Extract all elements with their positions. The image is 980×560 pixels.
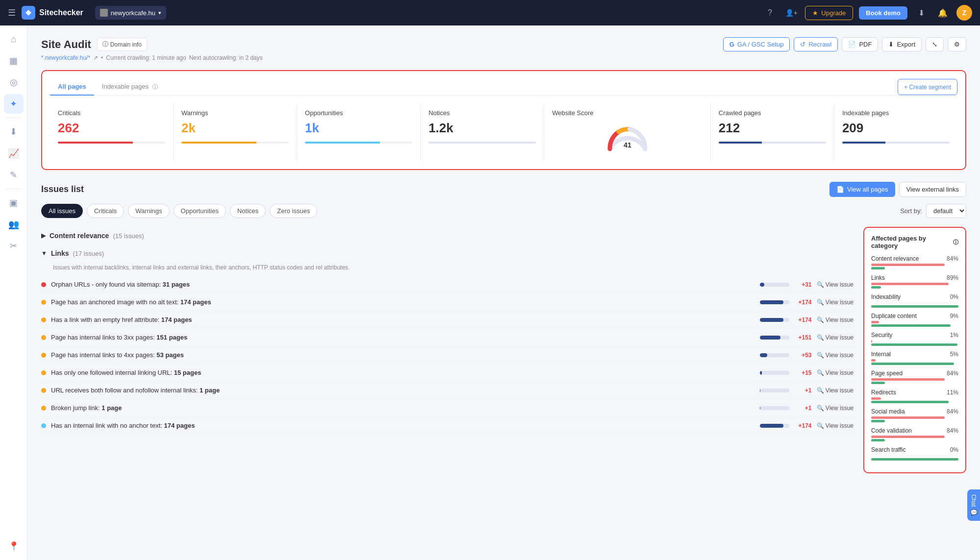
view-issue-button[interactable]: 🔍 View issue bbox=[817, 334, 854, 341]
avatar[interactable]: Z bbox=[956, 5, 972, 21]
site-selector[interactable]: newyorkcafe.hu ▾ bbox=[95, 6, 166, 20]
issue-bar bbox=[760, 353, 789, 357]
metric-value-crawled-pages: 212 bbox=[719, 121, 826, 136]
category-content-relevance-count: (15 issues) bbox=[113, 232, 144, 240]
filter-zero-issues[interactable]: Zero issues bbox=[270, 204, 317, 218]
download-icon[interactable]: ⬇ bbox=[913, 5, 929, 21]
top-nav: ☰ Sitechecker newyorkcafe.hu ▾ ? 👤+ ★ Up… bbox=[0, 0, 980, 25]
affected-category-name: Content relevance bbox=[871, 255, 919, 262]
affected-category-name: Duplicate content bbox=[871, 313, 917, 319]
pdf-icon: 📄 bbox=[848, 41, 856, 48]
issue-plus: +1 bbox=[794, 405, 812, 412]
metric-card-indexable-pages[interactable]: Indexable pages 209 bbox=[834, 103, 957, 161]
recrawl-button[interactable]: ↺ Recrawl bbox=[794, 37, 838, 51]
affected-category-row: Duplicate content 9% bbox=[871, 313, 958, 327]
metric-card-crawled-pages[interactable]: Crawled pages 212 bbox=[711, 103, 834, 161]
list-item: Broken jump link: 1 page +1 🔍 View issue bbox=[41, 399, 854, 417]
sidebar-item-edit[interactable]: ✎ bbox=[4, 165, 24, 185]
tab-all-pages[interactable]: All pages bbox=[50, 79, 94, 96]
view-issue-button[interactable]: 🔍 View issue bbox=[817, 299, 854, 306]
affected-category-pct: 84% bbox=[947, 427, 958, 434]
view-issue-button[interactable]: 🔍 View issue bbox=[817, 317, 854, 323]
metric-label-warnings: Warnings bbox=[181, 109, 289, 117]
filter-criticals[interactable]: Criticals bbox=[87, 204, 124, 218]
issue-text: Has an internal link with no anchor text… bbox=[51, 422, 755, 429]
gauge-chart: 41 bbox=[605, 124, 650, 151]
affected-category-pct: 89% bbox=[947, 274, 958, 281]
breadcrumb-next-crawl: Next autocrawling: in 2 days bbox=[189, 54, 263, 61]
view-issue-button[interactable]: 🔍 View issue bbox=[817, 352, 854, 359]
sidebar-item-search[interactable]: ◎ bbox=[4, 73, 24, 92]
bell-icon[interactable]: 🔔 bbox=[935, 5, 951, 21]
logo: Sitechecker bbox=[22, 6, 83, 20]
category-content-relevance[interactable]: ▶ Content relevance (15 issues) bbox=[41, 227, 854, 244]
metric-value-opportunities: 1k bbox=[305, 121, 412, 136]
favicon-icon bbox=[100, 9, 108, 17]
create-segment-button[interactable]: + Create segment bbox=[898, 79, 957, 95]
view-all-pages-button[interactable]: 📄 View all pages bbox=[829, 182, 895, 197]
issue-dot-orange bbox=[41, 300, 46, 305]
view-issue-button[interactable]: 🔍 View issue bbox=[817, 369, 854, 376]
export-button[interactable]: ⬇ Export bbox=[882, 37, 922, 51]
metric-card-warnings[interactable]: Warnings 2k bbox=[174, 103, 297, 161]
domain-info-button[interactable]: ⓘ Domain info bbox=[97, 38, 147, 51]
sidebar-item-tools[interactable]: ✂ bbox=[4, 236, 24, 256]
affected-bar-red bbox=[871, 283, 949, 285]
sidebar-item-dashboard[interactable]: ▦ bbox=[4, 51, 24, 71]
pdf-button[interactable]: 📄 PDF bbox=[842, 37, 878, 51]
tab-indexable-pages[interactable]: Indexable pages ⓘ bbox=[94, 79, 166, 96]
view-issue-button[interactable]: 🔍 View issue bbox=[817, 405, 854, 412]
sidebar-item-location[interactable]: 📍 bbox=[4, 536, 24, 556]
settings-button[interactable]: ⚙ bbox=[948, 37, 966, 51]
sidebar-item-download[interactable]: ⬇ bbox=[4, 122, 24, 142]
export-icon: ⬇ bbox=[888, 41, 894, 48]
sidebar-item-users[interactable]: 👥 bbox=[4, 215, 24, 234]
add-user-icon[interactable]: 👤+ bbox=[783, 5, 799, 21]
view-external-links-button[interactable]: View external links bbox=[899, 182, 966, 197]
share-button[interactable]: ⤡ bbox=[926, 37, 944, 51]
filter-warnings[interactable]: Warnings bbox=[128, 204, 169, 218]
affected-bar-green bbox=[871, 382, 885, 384]
metric-bar-criticals bbox=[58, 142, 165, 144]
category-links[interactable]: ▼ Links (17 issues) bbox=[41, 244, 854, 262]
sidebar-item-apps[interactable]: ▣ bbox=[4, 193, 24, 213]
sidebar-item-audit[interactable]: ✦ bbox=[4, 94, 24, 114]
filter-opportunities[interactable]: Opportunities bbox=[174, 204, 226, 218]
upgrade-button[interactable]: ★ Upgrade bbox=[805, 6, 853, 20]
page-title-area: Site Audit ⓘ Domain info bbox=[41, 38, 147, 51]
indexable-info-icon: ⓘ bbox=[152, 84, 158, 90]
view-issue-button[interactable]: 🔍 View issue bbox=[817, 387, 854, 394]
book-demo-button[interactable]: Book demo bbox=[859, 6, 907, 20]
view-issue-button[interactable]: 🔍 View issue bbox=[817, 281, 854, 288]
issue-text: Page has an anchored image with no alt t… bbox=[51, 298, 755, 306]
affected-category-name: Page speed bbox=[871, 370, 903, 377]
header-actions: G GA / GSC Setup ↺ Recrawl 📄 PDF ⬇ Expor… bbox=[723, 37, 966, 51]
hamburger-icon[interactable]: ☰ bbox=[8, 7, 16, 18]
sidebar-item-home[interactable]: ⌂ bbox=[4, 29, 24, 49]
list-item: Page has an anchored image with no alt t… bbox=[41, 293, 854, 311]
filter-all-issues[interactable]: All issues bbox=[41, 204, 83, 218]
issues-section: Issues list 📄 View all pages View extern… bbox=[41, 182, 966, 473]
share-icon: ⤡ bbox=[932, 41, 937, 48]
issue-bar bbox=[760, 300, 789, 304]
issue-dot-orange bbox=[41, 406, 46, 411]
affected-bar-green bbox=[871, 401, 949, 403]
help-icon[interactable]: ? bbox=[762, 5, 778, 21]
sidebar-item-analytics[interactable]: 📈 bbox=[4, 144, 24, 163]
chat-button[interactable]: Chat 💬 bbox=[967, 489, 980, 521]
breadcrumb-external-icon: ↗ bbox=[93, 54, 98, 61]
metric-bar-indexable-pages bbox=[842, 142, 950, 144]
filter-notices[interactable]: Notices bbox=[230, 204, 266, 218]
sort-select[interactable]: default bbox=[926, 204, 966, 218]
metric-value-notices: 1.2k bbox=[428, 121, 536, 136]
affected-category-name: Security bbox=[871, 332, 892, 339]
metric-card-criticals[interactable]: Criticals 262 bbox=[50, 103, 174, 161]
view-issue-button[interactable]: 🔍 View issue bbox=[817, 422, 854, 429]
affected-category-row: Security 1% bbox=[871, 332, 958, 346]
breadcrumb-url[interactable]: *.newyorkcafe.hu/* bbox=[41, 54, 90, 61]
metric-card-website-score[interactable]: Website Score 41 bbox=[544, 103, 711, 161]
metric-card-opportunities[interactable]: Opportunities 1k bbox=[297, 103, 421, 161]
ga-gsc-setup-button[interactable]: G GA / GSC Setup bbox=[723, 37, 790, 51]
metric-card-notices[interactable]: Notices 1.2k bbox=[421, 103, 544, 161]
issue-bar bbox=[760, 424, 789, 428]
